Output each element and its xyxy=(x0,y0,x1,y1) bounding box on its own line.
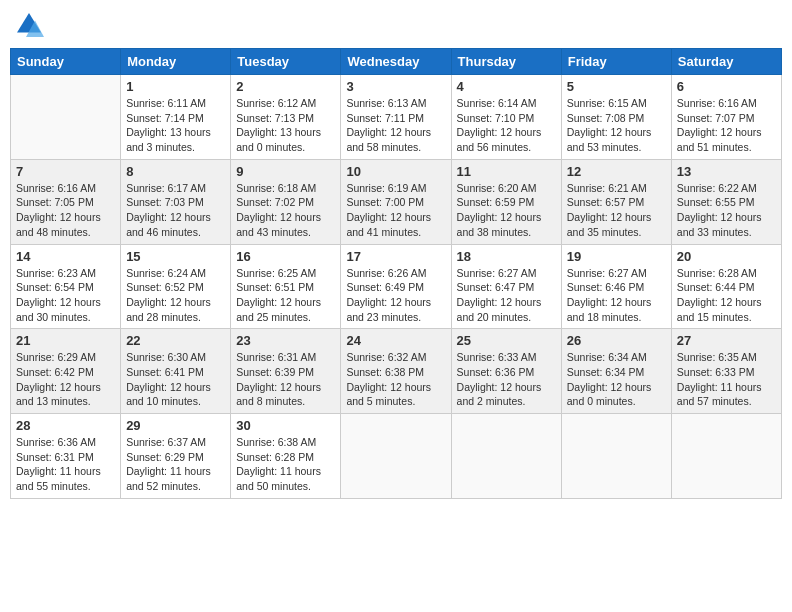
calendar-day-cell: 9Sunrise: 6:18 AM Sunset: 7:02 PM Daylig… xyxy=(231,159,341,244)
day-of-week-header: Monday xyxy=(121,49,231,75)
calendar-week-row: 21Sunrise: 6:29 AM Sunset: 6:42 PM Dayli… xyxy=(11,329,782,414)
calendar-day-cell: 16Sunrise: 6:25 AM Sunset: 6:51 PM Dayli… xyxy=(231,244,341,329)
calendar-day-cell: 20Sunrise: 6:28 AM Sunset: 6:44 PM Dayli… xyxy=(671,244,781,329)
calendar-day-cell: 13Sunrise: 6:22 AM Sunset: 6:55 PM Dayli… xyxy=(671,159,781,244)
day-number: 23 xyxy=(236,333,335,348)
day-number: 12 xyxy=(567,164,666,179)
day-number: 22 xyxy=(126,333,225,348)
day-info: Sunrise: 6:27 AM Sunset: 6:46 PM Dayligh… xyxy=(567,266,666,325)
day-info: Sunrise: 6:18 AM Sunset: 7:02 PM Dayligh… xyxy=(236,181,335,240)
calendar-table: SundayMondayTuesdayWednesdayThursdayFrid… xyxy=(10,48,782,499)
day-info: Sunrise: 6:27 AM Sunset: 6:47 PM Dayligh… xyxy=(457,266,556,325)
day-info: Sunrise: 6:31 AM Sunset: 6:39 PM Dayligh… xyxy=(236,350,335,409)
calendar-day-cell: 3Sunrise: 6:13 AM Sunset: 7:11 PM Daylig… xyxy=(341,75,451,160)
day-number: 21 xyxy=(16,333,115,348)
calendar-day-cell: 18Sunrise: 6:27 AM Sunset: 6:47 PM Dayli… xyxy=(451,244,561,329)
day-number: 15 xyxy=(126,249,225,264)
day-number: 1 xyxy=(126,79,225,94)
day-info: Sunrise: 6:34 AM Sunset: 6:34 PM Dayligh… xyxy=(567,350,666,409)
day-info: Sunrise: 6:20 AM Sunset: 6:59 PM Dayligh… xyxy=(457,181,556,240)
day-of-week-header: Thursday xyxy=(451,49,561,75)
day-number: 28 xyxy=(16,418,115,433)
day-number: 19 xyxy=(567,249,666,264)
day-number: 25 xyxy=(457,333,556,348)
day-info: Sunrise: 6:24 AM Sunset: 6:52 PM Dayligh… xyxy=(126,266,225,325)
day-info: Sunrise: 6:37 AM Sunset: 6:29 PM Dayligh… xyxy=(126,435,225,494)
calendar-day-cell xyxy=(341,414,451,499)
calendar-week-row: 1Sunrise: 6:11 AM Sunset: 7:14 PM Daylig… xyxy=(11,75,782,160)
calendar-day-cell: 5Sunrise: 6:15 AM Sunset: 7:08 PM Daylig… xyxy=(561,75,671,160)
day-info: Sunrise: 6:12 AM Sunset: 7:13 PM Dayligh… xyxy=(236,96,335,155)
day-number: 30 xyxy=(236,418,335,433)
day-of-week-header: Wednesday xyxy=(341,49,451,75)
day-number: 14 xyxy=(16,249,115,264)
day-number: 17 xyxy=(346,249,445,264)
day-info: Sunrise: 6:25 AM Sunset: 6:51 PM Dayligh… xyxy=(236,266,335,325)
day-number: 29 xyxy=(126,418,225,433)
day-of-week-header: Friday xyxy=(561,49,671,75)
day-number: 20 xyxy=(677,249,776,264)
calendar-day-cell: 4Sunrise: 6:14 AM Sunset: 7:10 PM Daylig… xyxy=(451,75,561,160)
calendar-day-cell: 10Sunrise: 6:19 AM Sunset: 7:00 PM Dayli… xyxy=(341,159,451,244)
day-info: Sunrise: 6:16 AM Sunset: 7:07 PM Dayligh… xyxy=(677,96,776,155)
page-header xyxy=(10,10,782,40)
day-info: Sunrise: 6:19 AM Sunset: 7:00 PM Dayligh… xyxy=(346,181,445,240)
day-info: Sunrise: 6:38 AM Sunset: 6:28 PM Dayligh… xyxy=(236,435,335,494)
day-info: Sunrise: 6:23 AM Sunset: 6:54 PM Dayligh… xyxy=(16,266,115,325)
day-number: 27 xyxy=(677,333,776,348)
calendar-day-cell: 29Sunrise: 6:37 AM Sunset: 6:29 PM Dayli… xyxy=(121,414,231,499)
day-info: Sunrise: 6:14 AM Sunset: 7:10 PM Dayligh… xyxy=(457,96,556,155)
calendar-day-cell: 11Sunrise: 6:20 AM Sunset: 6:59 PM Dayli… xyxy=(451,159,561,244)
calendar-day-cell: 17Sunrise: 6:26 AM Sunset: 6:49 PM Dayli… xyxy=(341,244,451,329)
logo-icon xyxy=(14,10,44,40)
calendar-day-cell: 1Sunrise: 6:11 AM Sunset: 7:14 PM Daylig… xyxy=(121,75,231,160)
day-info: Sunrise: 6:33 AM Sunset: 6:36 PM Dayligh… xyxy=(457,350,556,409)
calendar-header-row: SundayMondayTuesdayWednesdayThursdayFrid… xyxy=(11,49,782,75)
day-info: Sunrise: 6:15 AM Sunset: 7:08 PM Dayligh… xyxy=(567,96,666,155)
logo xyxy=(14,10,46,40)
calendar-day-cell: 25Sunrise: 6:33 AM Sunset: 6:36 PM Dayli… xyxy=(451,329,561,414)
calendar-day-cell: 15Sunrise: 6:24 AM Sunset: 6:52 PM Dayli… xyxy=(121,244,231,329)
calendar-day-cell xyxy=(451,414,561,499)
day-number: 26 xyxy=(567,333,666,348)
calendar-day-cell: 27Sunrise: 6:35 AM Sunset: 6:33 PM Dayli… xyxy=(671,329,781,414)
day-number: 11 xyxy=(457,164,556,179)
day-number: 8 xyxy=(126,164,225,179)
calendar-day-cell: 30Sunrise: 6:38 AM Sunset: 6:28 PM Dayli… xyxy=(231,414,341,499)
day-number: 16 xyxy=(236,249,335,264)
day-number: 13 xyxy=(677,164,776,179)
calendar-day-cell xyxy=(11,75,121,160)
day-info: Sunrise: 6:21 AM Sunset: 6:57 PM Dayligh… xyxy=(567,181,666,240)
calendar-day-cell xyxy=(561,414,671,499)
day-of-week-header: Tuesday xyxy=(231,49,341,75)
calendar-day-cell: 19Sunrise: 6:27 AM Sunset: 6:46 PM Dayli… xyxy=(561,244,671,329)
day-info: Sunrise: 6:35 AM Sunset: 6:33 PM Dayligh… xyxy=(677,350,776,409)
day-number: 9 xyxy=(236,164,335,179)
day-info: Sunrise: 6:30 AM Sunset: 6:41 PM Dayligh… xyxy=(126,350,225,409)
day-info: Sunrise: 6:28 AM Sunset: 6:44 PM Dayligh… xyxy=(677,266,776,325)
day-of-week-header: Saturday xyxy=(671,49,781,75)
day-info: Sunrise: 6:22 AM Sunset: 6:55 PM Dayligh… xyxy=(677,181,776,240)
day-info: Sunrise: 6:13 AM Sunset: 7:11 PM Dayligh… xyxy=(346,96,445,155)
calendar-day-cell: 6Sunrise: 6:16 AM Sunset: 7:07 PM Daylig… xyxy=(671,75,781,160)
day-number: 24 xyxy=(346,333,445,348)
day-number: 4 xyxy=(457,79,556,94)
day-info: Sunrise: 6:36 AM Sunset: 6:31 PM Dayligh… xyxy=(16,435,115,494)
day-number: 10 xyxy=(346,164,445,179)
calendar-day-cell: 23Sunrise: 6:31 AM Sunset: 6:39 PM Dayli… xyxy=(231,329,341,414)
day-number: 5 xyxy=(567,79,666,94)
day-info: Sunrise: 6:16 AM Sunset: 7:05 PM Dayligh… xyxy=(16,181,115,240)
day-info: Sunrise: 6:17 AM Sunset: 7:03 PM Dayligh… xyxy=(126,181,225,240)
calendar-day-cell: 28Sunrise: 6:36 AM Sunset: 6:31 PM Dayli… xyxy=(11,414,121,499)
calendar-day-cell: 22Sunrise: 6:30 AM Sunset: 6:41 PM Dayli… xyxy=(121,329,231,414)
day-info: Sunrise: 6:32 AM Sunset: 6:38 PM Dayligh… xyxy=(346,350,445,409)
calendar-day-cell: 24Sunrise: 6:32 AM Sunset: 6:38 PM Dayli… xyxy=(341,329,451,414)
calendar-week-row: 14Sunrise: 6:23 AM Sunset: 6:54 PM Dayli… xyxy=(11,244,782,329)
calendar-day-cell: 7Sunrise: 6:16 AM Sunset: 7:05 PM Daylig… xyxy=(11,159,121,244)
calendar-day-cell: 14Sunrise: 6:23 AM Sunset: 6:54 PM Dayli… xyxy=(11,244,121,329)
day-info: Sunrise: 6:11 AM Sunset: 7:14 PM Dayligh… xyxy=(126,96,225,155)
calendar-day-cell xyxy=(671,414,781,499)
calendar-day-cell: 8Sunrise: 6:17 AM Sunset: 7:03 PM Daylig… xyxy=(121,159,231,244)
day-number: 3 xyxy=(346,79,445,94)
calendar-week-row: 28Sunrise: 6:36 AM Sunset: 6:31 PM Dayli… xyxy=(11,414,782,499)
